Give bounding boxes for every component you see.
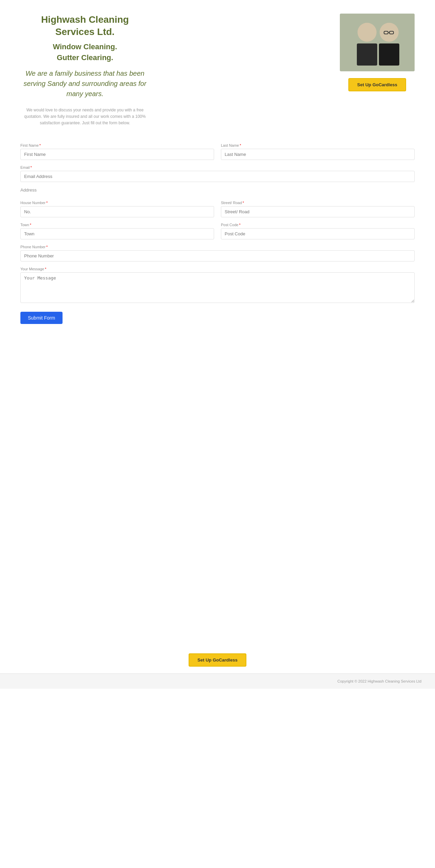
address-row2: Town* Post Code*	[20, 223, 415, 239]
message-row: Your Message*	[20, 267, 415, 303]
last-name-group: Last Name*	[221, 143, 415, 160]
phone-label: Phone Number*	[20, 245, 415, 249]
contact-form-section: First Name* Last Name* Email* Addre	[0, 133, 435, 338]
email-row: Email*	[20, 165, 415, 182]
address-row1: House Number* Street/ Road*	[20, 201, 415, 217]
post-code-label: Post Code*	[221, 223, 415, 227]
message-label: Your Message*	[20, 267, 415, 271]
house-number-label: House Number*	[20, 201, 214, 205]
submit-button[interactable]: Submit Form	[20, 312, 63, 324]
team-photo	[340, 14, 415, 71]
blank-area	[0, 338, 435, 643]
service-subtitle1: Window Cleaning.	[20, 42, 150, 51]
svg-point-1	[358, 23, 377, 42]
town-label: Town*	[20, 223, 214, 227]
hero-right: Set Up GoCardless	[340, 14, 415, 91]
first-name-label: First Name*	[20, 143, 214, 147]
hero-description: We are a family business that has been s…	[20, 68, 150, 99]
name-row: First Name* Last Name*	[20, 143, 415, 160]
svg-rect-4	[379, 43, 399, 66]
service-subtitle2: Gutter Clearing.	[20, 53, 150, 62]
address-header: Address	[20, 187, 37, 193]
first-name-group: First Name*	[20, 143, 214, 160]
last-name-input[interactable]	[221, 149, 415, 160]
bottom-section: Set Up GoCardless	[0, 643, 435, 673]
post-code-input[interactable]	[221, 228, 415, 239]
hero-left: Highwash Cleaning Services Ltd. Window C…	[20, 14, 150, 126]
street-road-input[interactable]	[221, 206, 415, 217]
street-road-group: Street/ Road*	[221, 201, 415, 217]
copyright-text: Copyright © 2022 Highwash Cleaning Servi…	[337, 679, 421, 683]
hero-section: Highwash Cleaning Services Ltd. Window C…	[0, 0, 435, 133]
svg-rect-2	[357, 43, 377, 66]
message-group: Your Message*	[20, 267, 415, 303]
setup-gocardless-button-bottom[interactable]: Set Up GoCardless	[189, 653, 246, 667]
email-input[interactable]	[20, 171, 415, 182]
post-code-group: Post Code*	[221, 223, 415, 239]
hero-sub-description: We would love to discuss your needs and …	[20, 107, 150, 127]
first-name-input[interactable]	[20, 149, 214, 160]
phone-group: Phone Number*	[20, 245, 415, 261]
email-label: Email*	[20, 165, 415, 169]
address-header-row: Address	[20, 187, 415, 195]
message-textarea[interactable]	[20, 272, 415, 303]
email-group: Email*	[20, 165, 415, 182]
phone-row: Phone Number*	[20, 245, 415, 261]
house-number-input[interactable]	[20, 206, 214, 217]
street-road-label: Street/ Road*	[221, 201, 415, 205]
town-input[interactable]	[20, 228, 214, 239]
house-number-group: House Number*	[20, 201, 214, 217]
phone-input[interactable]	[20, 250, 415, 261]
town-group: Town*	[20, 223, 214, 239]
footer: Copyright © 2022 Highwash Cleaning Servi…	[0, 673, 435, 689]
last-name-label: Last Name*	[221, 143, 415, 147]
setup-gocardless-button-top[interactable]: Set Up GoCardless	[348, 78, 406, 91]
company-title: Highwash Cleaning Services Ltd.	[20, 14, 150, 38]
